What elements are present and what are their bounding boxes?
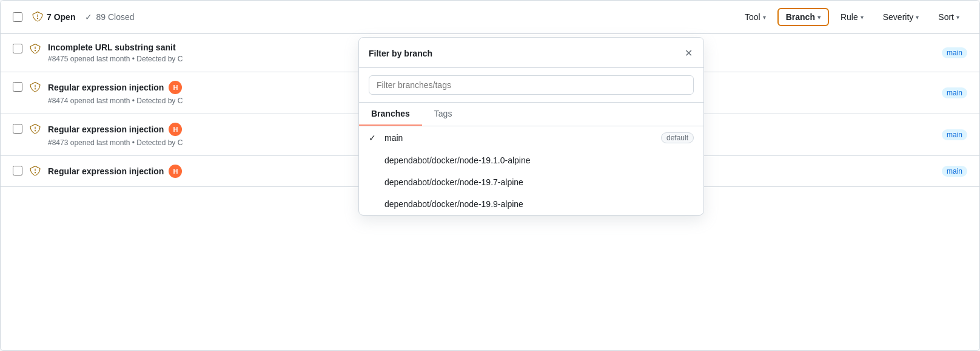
open-count-label: 7 Open bbox=[47, 12, 75, 22]
tabs-row: Branches Tags bbox=[359, 103, 703, 126]
branch-name-1: dependabot/docker/node-19.1.0-alpine bbox=[384, 155, 531, 165]
branch-item-3-left: ✓ dependabot/docker/node-19.9-alpine bbox=[369, 199, 523, 209]
sort-button[interactable]: Sort ▾ bbox=[930, 9, 967, 26]
tool-filter-label: Tool bbox=[745, 12, 760, 22]
alert-info-3: Regular expression injection H #8473 ope… bbox=[48, 123, 183, 147]
severity-filter-label: Severity bbox=[883, 12, 914, 22]
alert-shield-icon-1 bbox=[30, 44, 41, 55]
alert-meta-2: #8474 opened last month • Detected by C bbox=[48, 97, 183, 105]
branch-item-main[interactable]: ✓ main default bbox=[359, 126, 703, 149]
branch-caret-icon: ▾ bbox=[817, 14, 821, 21]
branch-name-2: dependabot/docker/node-19.7-alpine bbox=[384, 177, 523, 187]
branch-badge-2: main bbox=[942, 87, 967, 98]
row-checkbox-2[interactable] bbox=[13, 82, 22, 92]
master-checkbox[interactable] bbox=[13, 12, 22, 22]
severity-filter-button[interactable]: Severity ▾ bbox=[875, 9, 927, 26]
branch-item-1[interactable]: ✓ dependabot/docker/node-19.1.0-alpine bbox=[359, 149, 703, 171]
alert-title-4: Regular expression injection bbox=[48, 166, 164, 176]
open-count-item: 7 Open bbox=[32, 12, 75, 22]
tool-caret-icon: ▾ bbox=[763, 14, 766, 21]
severity-caret-icon: ▾ bbox=[916, 14, 919, 21]
alert-meta-1: #8475 opened last month • Detected by C bbox=[48, 55, 183, 63]
main-container: 7 Open ✓ 89 Closed Tool ▾ Branch ▾ Rule … bbox=[0, 0, 980, 351]
row-checkbox-1[interactable] bbox=[13, 44, 22, 53]
alert-right-2: main bbox=[942, 87, 967, 98]
alert-right-3: main bbox=[942, 129, 967, 140]
rule-caret-icon: ▾ bbox=[861, 14, 864, 21]
shield-icon bbox=[32, 12, 43, 22]
closed-count-label: 89 Closed bbox=[96, 12, 134, 22]
dropdown-close-button[interactable]: ✕ bbox=[683, 46, 694, 60]
close-icon: ✕ bbox=[685, 47, 693, 59]
open-closed-group: 7 Open ✓ 89 Closed bbox=[32, 12, 135, 22]
branch-search-input[interactable] bbox=[369, 75, 694, 95]
alert-title-2: Regular expression injection bbox=[48, 83, 164, 92]
branch-badge-3: main bbox=[942, 129, 967, 140]
closed-count-item: ✓ 89 Closed bbox=[85, 12, 134, 22]
sort-caret-icon: ▾ bbox=[956, 14, 959, 21]
branch-badge-4: main bbox=[942, 166, 967, 177]
branch-dropdown: Filter by branch ✕ Branches Tags ✓ main … bbox=[358, 37, 704, 216]
alert-left-4: Regular expression injection H bbox=[13, 165, 182, 178]
branch-item-2[interactable]: ✓ dependabot/docker/node-19.7-alpine bbox=[359, 171, 703, 193]
tab-tags-label: Tags bbox=[434, 109, 452, 118]
alert-info-1: Incomplete URL substring sanit #8475 ope… bbox=[48, 43, 183, 63]
alert-shield-icon-4 bbox=[30, 166, 41, 177]
branch-item-3[interactable]: ✓ dependabot/docker/node-19.9-alpine bbox=[359, 193, 703, 215]
dropdown-header: Filter by branch ✕ bbox=[359, 38, 703, 68]
alert-left-2: Regular expression injection H #8474 ope… bbox=[13, 81, 183, 105]
alert-meta-3: #8473 opened last month • Detected by C bbox=[48, 138, 183, 147]
branch-filter-label: Branch bbox=[786, 12, 815, 22]
alert-right-1: main bbox=[942, 47, 967, 58]
branch-name-3: dependabot/docker/node-19.9-alpine bbox=[384, 199, 523, 209]
row-checkbox-4[interactable] bbox=[13, 166, 22, 176]
row-checkbox-3[interactable] bbox=[13, 124, 22, 134]
branch-badge-1: main bbox=[942, 47, 967, 58]
branch-name-main: main bbox=[384, 133, 403, 143]
alert-left-3: Regular expression injection H #8473 ope… bbox=[13, 123, 183, 147]
search-box bbox=[359, 68, 703, 103]
tool-filter-button[interactable]: Tool ▾ bbox=[737, 9, 774, 26]
sort-label: Sort bbox=[938, 12, 954, 22]
severity-badge-2: H bbox=[169, 81, 182, 94]
branch-item-1-left: ✓ dependabot/docker/node-19.1.0-alpine bbox=[369, 155, 531, 165]
branch-filter-button[interactable]: Branch ▾ bbox=[777, 8, 829, 26]
branch-item-2-left: ✓ dependabot/docker/node-19.7-alpine bbox=[369, 177, 523, 187]
tab-tags[interactable]: Tags bbox=[422, 103, 465, 126]
header-bar: 7 Open ✓ 89 Closed Tool ▾ Branch ▾ Rule … bbox=[1, 1, 979, 34]
branch-selected-checkmark: ✓ bbox=[369, 133, 378, 143]
alert-info-4: Regular expression injection H bbox=[48, 165, 182, 178]
alert-left: Incomplete URL substring sanit #8475 ope… bbox=[13, 43, 183, 63]
alert-title-1: Incomplete URL substring sanit bbox=[48, 43, 183, 52]
alert-right-4: main bbox=[942, 166, 967, 177]
branch-item-main-left: ✓ main bbox=[369, 133, 403, 143]
alert-shield-icon-2 bbox=[30, 82, 41, 93]
severity-badge-3: H bbox=[169, 123, 182, 136]
rule-filter-button[interactable]: Rule ▾ bbox=[833, 9, 871, 26]
branch-list: ✓ main default ✓ dependabot/docker/node-… bbox=[359, 126, 703, 215]
checkmark-icon: ✓ bbox=[85, 12, 92, 22]
rule-filter-label: Rule bbox=[841, 12, 858, 22]
severity-badge-4: H bbox=[169, 165, 182, 178]
header-right: Tool ▾ Branch ▾ Rule ▾ Severity ▾ Sort ▾ bbox=[737, 8, 967, 26]
tab-branches[interactable]: Branches bbox=[359, 103, 422, 126]
alert-info-2: Regular expression injection H #8474 ope… bbox=[48, 81, 183, 105]
default-badge: default bbox=[661, 132, 694, 143]
header-left: 7 Open ✓ 89 Closed bbox=[13, 12, 135, 22]
alert-title-3: Regular expression injection bbox=[48, 124, 164, 134]
dropdown-title: Filter by branch bbox=[369, 49, 432, 58]
tab-branches-label: Branches bbox=[371, 109, 410, 118]
alert-shield-icon-3 bbox=[30, 124, 41, 135]
